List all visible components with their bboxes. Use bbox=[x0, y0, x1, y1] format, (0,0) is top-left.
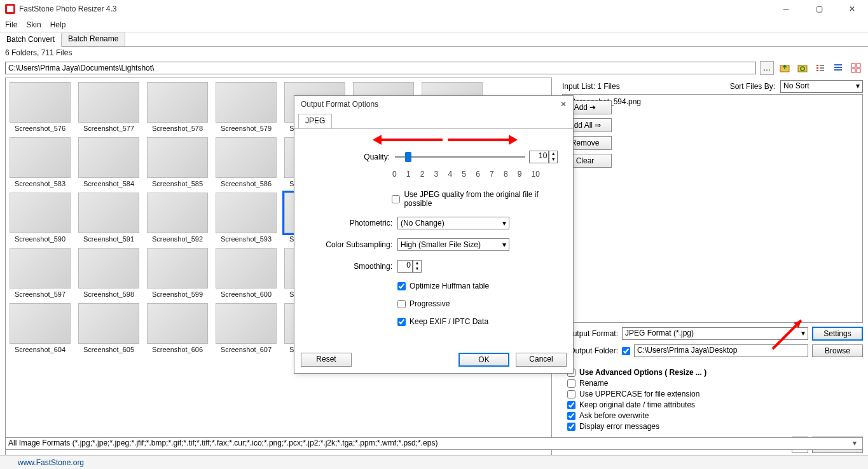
app-icon bbox=[5, 4, 15, 14]
filter-select[interactable]: All Image Formats (*.jpg;*.jpe;*.jpeg;*.… bbox=[5, 437, 863, 450]
thumbnail-item[interactable]: Screenshot_591 bbox=[78, 193, 139, 243]
slider-tick: 2 bbox=[420, 170, 425, 179]
slider-tick: 6 bbox=[476, 170, 480, 179]
thumbnail-image bbox=[10, 82, 71, 123]
thumbnail-item[interactable]: Screenshot_597 bbox=[10, 248, 71, 298]
thumbnail-image bbox=[78, 82, 139, 123]
thumbnail-item[interactable]: Screenshot_585 bbox=[147, 137, 208, 187]
window-title: FastStone Photo Resizer 4.3 bbox=[19, 4, 116, 13]
use-original-quality-checkbox[interactable] bbox=[392, 195, 400, 203]
output-format-value: JPEG Format (*.jpg) bbox=[625, 329, 694, 339]
keep-date-label: Keep original date / time attributes bbox=[579, 400, 695, 409]
keep-date-checkbox[interactable] bbox=[567, 401, 575, 409]
thumbnail-item[interactable]: Screenshot_593 bbox=[216, 193, 277, 243]
dialog-close-icon[interactable]: ✕ bbox=[560, 100, 567, 109]
thumbnail-item[interactable]: Screenshot_607 bbox=[216, 303, 277, 353]
close-button[interactable]: ✕ bbox=[841, 4, 863, 13]
uppercase-checkbox[interactable] bbox=[567, 390, 575, 398]
progressive-checkbox[interactable] bbox=[397, 300, 406, 308]
photometric-select[interactable]: (No Change)▾ bbox=[397, 217, 509, 229]
svg-rect-8 bbox=[820, 65, 824, 66]
progressive-label: Progressive bbox=[410, 299, 450, 308]
thumbnail-item[interactable]: Screenshot_604 bbox=[10, 303, 71, 353]
status-link[interactable]: www.FastStone.org bbox=[18, 458, 84, 467]
view-list-icon[interactable] bbox=[813, 61, 827, 75]
thumbnail-item[interactable]: Screenshot_600 bbox=[216, 248, 277, 298]
minimize-button[interactable]: ─ bbox=[775, 4, 797, 13]
thumbnail-item[interactable]: Screenshot_583 bbox=[10, 137, 71, 187]
thumbnail-item[interactable]: Screenshot_576 bbox=[10, 82, 71, 132]
slider-tick: 8 bbox=[504, 170, 508, 179]
thumbnail-item[interactable]: Screenshot_578 bbox=[147, 82, 208, 132]
cancel-button[interactable]: Cancel bbox=[516, 353, 567, 367]
huffman-checkbox[interactable] bbox=[397, 282, 406, 290]
tab-jpeg[interactable]: JPEG bbox=[298, 114, 332, 128]
quality-slider[interactable] bbox=[395, 152, 525, 162]
ask-overwrite-checkbox[interactable] bbox=[567, 412, 575, 420]
thumbnail-caption: Screenshot_577 bbox=[78, 125, 139, 132]
thumbnail-caption: Screenshot_586 bbox=[216, 180, 277, 187]
svg-rect-5 bbox=[816, 65, 818, 66]
folder-up-icon[interactable] bbox=[778, 61, 792, 75]
thumbnail-item[interactable]: Screenshot_579 bbox=[216, 82, 277, 132]
subsampling-label: Color Subsampling: bbox=[310, 240, 392, 249]
rename-checkbox[interactable] bbox=[567, 379, 575, 388]
photometric-label: Photometric: bbox=[310, 219, 392, 228]
svg-rect-6 bbox=[816, 67, 818, 69]
thumbnail-item[interactable]: Screenshot_590 bbox=[10, 193, 71, 243]
thumbnail-image bbox=[216, 82, 277, 123]
annotation-arrow-settings bbox=[769, 314, 808, 352]
slider-tick: 9 bbox=[518, 170, 522, 179]
thumbnail-item[interactable]: Screenshot_577 bbox=[78, 82, 139, 132]
view-details-icon[interactable] bbox=[831, 61, 845, 75]
thumbnail-item[interactable]: Screenshot_606 bbox=[147, 303, 208, 353]
subsampling-select[interactable]: High (Smaller File Size)▾ bbox=[397, 238, 509, 251]
thumbnail-item[interactable]: Screenshot_598 bbox=[78, 248, 139, 298]
sort-select[interactable]: No Sort▾ bbox=[780, 80, 863, 93]
thumbnail-item[interactable]: Screenshot_584 bbox=[78, 137, 139, 187]
thumbnail-caption: Screenshot_600 bbox=[216, 290, 277, 298]
thumbnail-caption: Screenshot_607 bbox=[216, 346, 277, 353]
exif-checkbox[interactable] bbox=[397, 318, 406, 326]
thumbnail-item[interactable]: Screenshot_586 bbox=[216, 137, 277, 187]
slider-tick: 1 bbox=[406, 170, 411, 179]
main-tabs: Batch Convert Batch Rename bbox=[0, 32, 868, 47]
menu-help[interactable]: Help bbox=[50, 20, 66, 29]
ok-button[interactable]: OK bbox=[458, 353, 509, 367]
view-thumbnails-icon[interactable] bbox=[849, 61, 863, 75]
thumbnail-image bbox=[147, 193, 208, 233]
maximize-button[interactable]: ▢ bbox=[808, 4, 830, 13]
quality-spinner[interactable]: ▲▼ bbox=[549, 151, 558, 163]
tab-batch-convert[interactable]: Batch Convert bbox=[0, 33, 62, 47]
thumbnail-caption: Screenshot_592 bbox=[147, 235, 208, 243]
reset-button[interactable]: Reset bbox=[301, 353, 352, 367]
settings-button[interactable]: Settings bbox=[812, 327, 863, 341]
thumbnail-caption: Screenshot_584 bbox=[78, 180, 139, 187]
path-input[interactable]: C:\Users\Prima Jaya\Documents\Lightshot\ bbox=[5, 62, 756, 74]
display-errors-checkbox[interactable] bbox=[567, 423, 575, 431]
browse-path-button[interactable]: … bbox=[760, 61, 774, 75]
browse-button[interactable]: Browse bbox=[812, 344, 863, 357]
menu-skin[interactable]: Skin bbox=[26, 20, 41, 29]
use-original-quality-label: Use JPEG quality from the original file … bbox=[404, 190, 558, 208]
dialog-title: Output Format Options bbox=[301, 100, 378, 109]
svg-rect-7 bbox=[816, 70, 818, 71]
svg-rect-1 bbox=[7, 6, 13, 12]
menu-file[interactable]: File bbox=[5, 20, 17, 29]
output-folder-checkbox[interactable] bbox=[622, 347, 630, 355]
smoothing-label: Smoothing: bbox=[310, 262, 392, 271]
folder-refresh-icon[interactable] bbox=[796, 61, 809, 75]
thumbnail-item[interactable]: Screenshot_592 bbox=[147, 193, 208, 243]
thumbnail-item[interactable]: Screenshot_605 bbox=[78, 303, 139, 353]
thumbnail-item[interactable]: Screenshot_599 bbox=[147, 248, 208, 298]
smoothing-value[interactable]: 0 bbox=[397, 260, 413, 273]
filter-text: All Image Formats (*.jpg;*.jpe;*.jpeg;*.… bbox=[8, 438, 437, 447]
advanced-label: Use Advanced Options ( Resize ... ) bbox=[579, 368, 706, 377]
svg-rect-16 bbox=[851, 69, 855, 72]
thumbnail-image bbox=[147, 303, 208, 344]
tab-batch-rename[interactable]: Batch Rename bbox=[62, 32, 125, 46]
quality-value[interactable]: 10 bbox=[529, 151, 549, 163]
slider-tick: 5 bbox=[462, 170, 466, 179]
smoothing-spinner[interactable]: ▲▼ bbox=[413, 260, 422, 273]
path-bar: C:\Users\Prima Jaya\Documents\Lightshot\… bbox=[0, 58, 868, 78]
